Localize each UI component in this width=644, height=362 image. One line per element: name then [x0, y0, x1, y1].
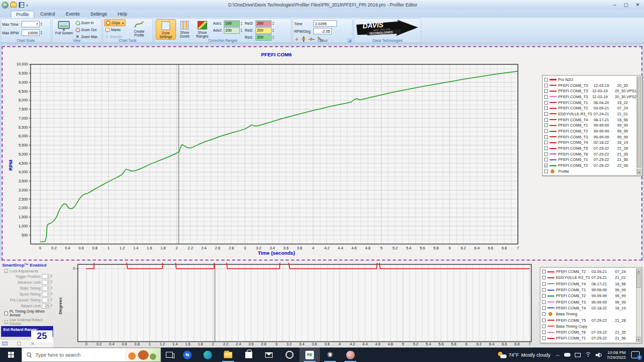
legend-checkbox[interactable]: [544, 101, 548, 105]
legend-item[interactable]: Profile: [544, 168, 636, 174]
legend-item[interactable]: PFEFI COM6_T312-03-1920_30: [544, 83, 636, 88]
legend-checkbox[interactable]: [544, 78, 548, 82]
maximize-button[interactable]: ▢: [624, 2, 628, 8]
cursor-time-value[interactable]: 2.0295: [313, 20, 337, 27]
legend-item[interactable]: PFEFI COM6_T607-29-2221_35: [544, 151, 636, 157]
legend-item[interactable]: PFEFI COM6_T408-17-2116_56: [542, 281, 636, 287]
legend-item[interactable]: PFEFI COM6_T299-99-9999_99: [542, 293, 636, 299]
legend-checkbox[interactable]: [544, 129, 548, 133]
legend-checkbox[interactable]: [542, 336, 546, 340]
legend-checkbox[interactable]: [544, 106, 548, 110]
setting-value[interactable]: 0: [42, 280, 50, 285]
tab-help[interactable]: Help: [113, 11, 131, 18]
cursor-rpmdeg-value[interactable]: -2.05: [313, 28, 332, 34]
legend-item[interactable]: EDDYVILLE R3_T307-24-2121_01: [542, 275, 636, 280]
field-adv2-spinner[interactable]: ▲▼: [240, 28, 243, 33]
legend-item[interactable]: EDDYVILLE R3_T307-24-2121_01: [544, 111, 636, 117]
legend-checkbox[interactable]: [544, 118, 548, 122]
field-ret2-spinner[interactable]: ▲▼: [272, 28, 274, 33]
legend-item[interactable]: Pro N2O: [544, 77, 636, 83]
legend-checkbox[interactable]: [544, 158, 548, 161]
legend-checkbox[interactable]: [542, 270, 546, 274]
taskbar-clock[interactable]: 10:08 PM 7/29/2022: [606, 350, 626, 360]
field-adv2-input[interactable]: 200: [224, 27, 240, 34]
max-rpm-spinner[interactable]: ▲▼: [40, 31, 42, 35]
taskbar-app-store[interactable]: [238, 348, 259, 362]
save-icon[interactable]: [19, 2, 24, 8]
show-ranges-button[interactable]: Show Ranges: [193, 19, 211, 39]
setting-spinner[interactable]: ▲▼: [51, 304, 53, 308]
legend-item[interactable]: PFEFI COM6_T106-04-2015_22: [544, 100, 636, 106]
task-view-button[interactable]: [161, 348, 177, 362]
start-button[interactable]: [0, 348, 21, 362]
mini-restore-icon[interactable]: [17, 342, 21, 345]
taskbar-app-snowflake-app[interactable]: ✳: [320, 348, 340, 362]
legend-checkbox[interactable]: [544, 141, 548, 144]
setting-value[interactable]: 0: [42, 274, 50, 279]
setting-spinner[interactable]: ▲▼: [51, 292, 53, 296]
legend-item[interactable]: PFEFI COM6_T408-17-2116_56: [544, 117, 636, 123]
legend-checkbox[interactable]: [544, 123, 548, 127]
legend-checkbox[interactable]: [542, 282, 546, 286]
legend-item[interactable]: PFEFI COM6_T107-29-2221_56: [544, 157, 636, 163]
tab-profile[interactable]: Profile: [11, 11, 34, 18]
legend-checkbox[interactable]: [544, 89, 548, 93]
search-daily-image[interactable]: [125, 348, 160, 361]
taskbar-weather[interactable]: 74°F Mostly cloudy: [498, 352, 551, 358]
grips-button[interactable]: Grips▼: [104, 19, 126, 26]
qat-dropdown-icon[interactable]: ▾: [26, 3, 28, 7]
taskbar-app-file-explorer[interactable]: [218, 348, 238, 362]
cursor-dialog-launcher[interactable]: ◢: [348, 39, 352, 42]
field-ret3-spinner[interactable]: ▲▼: [272, 21, 274, 26]
setting-value[interactable]: 0: [42, 292, 50, 297]
legend-checkbox[interactable]: [542, 276, 546, 279]
legend-checkbox[interactable]: [542, 294, 546, 298]
legend-item[interactable]: PFEFI COM6_T312-03-1920_30 VPS2: [544, 94, 636, 100]
legend-item[interactable]: PFEFI COM6_T199-99-9999_99: [542, 287, 636, 293]
field-ret2-input[interactable]: 200: [255, 27, 272, 34]
legend-checkbox[interactable]: ✓: [544, 164, 548, 167]
setting-spinner[interactable]: ▲▼: [51, 275, 53, 278]
legend-checkbox[interactable]: [542, 306, 546, 310]
legend-checkbox[interactable]: [544, 152, 548, 156]
legend-checkbox[interactable]: [542, 312, 546, 316]
tab-control[interactable]: Control: [35, 11, 60, 18]
taskbar-app-profiler-editor[interactable]: PE: [299, 348, 320, 362]
legend-item[interactable]: PFEFI COM6_T507-29-2221_28: [542, 317, 636, 323]
display-icon[interactable]: [575, 353, 581, 357]
tab-settings[interactable]: Settings: [86, 11, 112, 18]
minimize-button[interactable]: –: [613, 2, 616, 8]
legend-item[interactable]: PFEFI COM6_T203-09-2107_24: [542, 269, 636, 275]
legend-item[interactable]: PFEFI COM6_T607-29-2221_35: [542, 329, 636, 335]
legend-item[interactable]: Base Timing: [542, 311, 636, 317]
notification-icon[interactable]: 1: [631, 351, 640, 358]
legend-item[interactable]: PFEFI COM6_T402-18-2216_19: [542, 305, 636, 311]
legend-item[interactable]: ✓PFEFI COM6_T207-29-2222_06: [544, 162, 636, 168]
taskbar-app-paint-app[interactable]: [340, 348, 361, 362]
close-button[interactable]: ✕: [635, 2, 640, 8]
taskbar-app-edge[interactable]: [197, 348, 218, 362]
setting-spinner[interactable]: ▲▼: [51, 298, 53, 302]
legend2-scrollbar[interactable]: ▲▼: [636, 268, 641, 342]
legend-checkbox[interactable]: [542, 330, 546, 334]
legend-item[interactable]: PFEFI COM6_T299-99-9999_99: [544, 128, 636, 134]
tab-events[interactable]: Events: [61, 11, 85, 18]
legend-checkbox[interactable]: [544, 112, 548, 116]
legend-item[interactable]: PFEFI COM6_T203-09-2107_24: [544, 105, 636, 111]
legend-item[interactable]: PFEFI COM6_T399-99-9999_99: [542, 299, 636, 305]
legend-checkbox[interactable]: [542, 300, 546, 304]
zone-settings-button[interactable]: Zone Settings: [156, 19, 176, 40]
setting-value[interactable]: 0: [42, 286, 50, 291]
legend-checkbox[interactable]: [544, 146, 548, 150]
legend-checkbox[interactable]: [544, 95, 548, 99]
legend-checkbox[interactable]: [544, 135, 548, 139]
setting-value[interactable]: -25: [42, 304, 50, 308]
taskbar-app-obs[interactable]: [279, 348, 299, 362]
legend-item[interactable]: PFEFI COM6_T107-29-2221_56: [542, 335, 636, 341]
legend-item[interactable]: PFEFI COM6_T312-03-1920_30 VPS1: [544, 88, 636, 94]
checkbox-pl-timing-only-when-armed[interactable]: PL Timing Only When Armed: [0, 309, 54, 317]
legend-checkbox[interactable]: [544, 169, 548, 173]
create-profile-button[interactable]: Create Profile: [127, 19, 151, 38]
taskbar-app-mail[interactable]: [259, 348, 279, 362]
taskbar-app-teamviewer[interactable]: ⇆: [177, 348, 197, 362]
